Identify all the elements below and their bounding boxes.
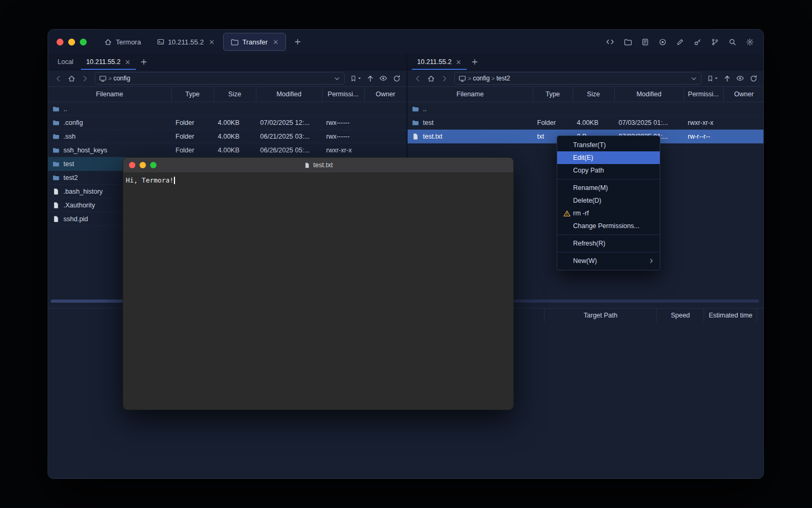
new-tab-button[interactable]: [291, 35, 304, 49]
menu-item-rename-m[interactable]: Rename(M): [557, 182, 660, 194]
right-path-bar[interactable]: >config>test2: [454, 72, 702, 85]
menu-item-label: Change Permissions...: [573, 222, 640, 230]
file-row[interactable]: ssh_host_keysFolder4.00KB06/26/2025 05:.…: [48, 143, 407, 157]
column-header-speed: Speed: [656, 309, 704, 322]
menu-item-edit-e[interactable]: Edit(E): [557, 151, 660, 164]
column-header-type[interactable]: Type: [171, 87, 214, 102]
menu-item-delete-d[interactable]: Delete(D): [557, 194, 660, 207]
right-pane-tab-10-211-55-2[interactable]: 10.211.55.2: [411, 54, 468, 70]
show-hidden-button[interactable]: [377, 72, 389, 84]
close-tab-icon[interactable]: [209, 39, 215, 45]
settings-icon[interactable]: [743, 35, 756, 48]
home-button[interactable]: [425, 72, 437, 84]
folder-icon: [412, 119, 419, 126]
search-icon[interactable]: [726, 35, 739, 48]
editor-text: Hi, Termora!: [126, 176, 173, 184]
breadcrumb-separator: >: [491, 75, 494, 81]
folder-icon: [52, 119, 60, 126]
breadcrumb-segment[interactable]: config: [473, 75, 490, 82]
column-header-modified[interactable]: Modified: [614, 87, 684, 102]
refresh-button[interactable]: [748, 72, 759, 84]
folder-icon[interactable]: [621, 35, 634, 48]
titlebar-tab-transfer[interactable]: Transfer: [223, 33, 286, 51]
editor-text-area[interactable]: Hi, Termora!: [123, 173, 513, 187]
computer-icon: [458, 75, 466, 83]
column-header-filename[interactable]: Filename: [408, 87, 533, 102]
close-window-button[interactable]: [57, 39, 63, 46]
notes-icon[interactable]: [639, 35, 651, 48]
file-icon: [52, 202, 60, 209]
chevron-down-icon[interactable]: [334, 75, 340, 82]
column-header-modified[interactable]: Modified: [256, 87, 322, 102]
breadcrumb-segment[interactable]: config: [113, 75, 130, 82]
column-header-owner[interactable]: Owner: [723, 87, 764, 102]
file-name: test.txt: [423, 133, 442, 140]
file-row[interactable]: ..: [48, 102, 407, 116]
go-up-button[interactable]: [721, 72, 733, 84]
menu-item-transfer-t[interactable]: Transfer(T): [557, 139, 660, 151]
record-icon[interactable]: [656, 35, 669, 48]
folder-icon: [52, 147, 60, 154]
titlebar-tab-termora[interactable]: Termora: [97, 33, 149, 51]
close-tab-icon[interactable]: [456, 59, 462, 65]
show-hidden-button[interactable]: [734, 72, 746, 84]
column-header-size[interactable]: Size: [214, 87, 256, 102]
context-menu: Transfer(T)Edit(E)Copy PathRename(M)Dele…: [557, 135, 660, 270]
back-button[interactable]: [52, 72, 64, 84]
editor-close-button[interactable]: [129, 162, 135, 168]
menu-item-change-permissions[interactable]: Change Permissions...: [557, 220, 660, 232]
column-header-permissi[interactable]: Permissi...: [322, 87, 364, 102]
editor-titlebar[interactable]: test.txt: [123, 158, 513, 173]
column-header-type[interactable]: Type: [533, 87, 573, 102]
edit-icon[interactable]: [673, 35, 686, 48]
home-button[interactable]: [66, 72, 77, 84]
right-pane-tabs: 10.211.55.2: [408, 54, 763, 70]
go-up-button[interactable]: [364, 72, 376, 84]
caret-down-icon: [357, 76, 362, 80]
titlebar-tab-10-211-55-2[interactable]: 10.211.55.2: [150, 33, 223, 51]
column-header-owner[interactable]: Owner: [364, 87, 407, 102]
file-row[interactable]: ..: [408, 102, 764, 116]
terminal-icon: [157, 38, 164, 46]
breadcrumb-segment[interactable]: test2: [496, 75, 510, 82]
left-pane-new-tab-button[interactable]: [137, 54, 151, 70]
minimize-window-button[interactable]: [68, 39, 75, 46]
menu-item-label: Edit(E): [573, 154, 593, 161]
branch-icon[interactable]: [708, 35, 721, 48]
file-row[interactable]: testFolder4.00KB07/03/2025 01:...rwxr-xr…: [408, 116, 764, 130]
menu-item-label: Copy Path: [573, 167, 604, 174]
file-name: .bash_history: [63, 188, 103, 195]
file-row[interactable]: .sshFolder4.00KB06/21/2025 03:...rwx----…: [48, 130, 407, 143]
editor-window-controls: [123, 162, 156, 168]
close-tab-icon[interactable]: [125, 59, 131, 65]
folder-icon: [52, 174, 60, 182]
column-header-filename[interactable]: Filename: [48, 87, 171, 102]
file-row[interactable]: .configFolder4.00KB07/02/2025 12:...rwx-…: [48, 116, 407, 130]
termora-window: Termora10.211.55.2Transfer Local10.211.5…: [48, 29, 764, 479]
menu-item-copy-path[interactable]: Copy Path: [557, 164, 660, 177]
titlebar-tabs: Termora10.211.55.2Transfer: [96, 30, 287, 54]
editor-minimize-button[interactable]: [140, 162, 146, 168]
left-pane-tab-local[interactable]: Local: [51, 54, 80, 70]
left-pane-tab-10-211-55-2[interactable]: 10.211.55.2: [80, 54, 137, 70]
menu-item-refresh-r[interactable]: Refresh(R): [557, 237, 660, 250]
column-header-permissi[interactable]: Permissi...: [684, 87, 723, 102]
key-icon[interactable]: [691, 35, 704, 48]
bookmark-button[interactable]: [706, 72, 719, 84]
refresh-button[interactable]: [391, 72, 402, 84]
bookmark-button[interactable]: [349, 72, 363, 84]
zoom-window-button[interactable]: [80, 39, 87, 46]
back-button[interactable]: [412, 72, 423, 84]
forward-button[interactable]: [438, 72, 450, 84]
left-path-bar[interactable]: >config: [95, 72, 345, 85]
menu-item-new-w[interactable]: New(W): [557, 255, 660, 267]
right-pane-new-tab-button[interactable]: [468, 54, 482, 70]
editor-zoom-button[interactable]: [150, 162, 156, 168]
chevron-down-icon[interactable]: [690, 75, 697, 82]
column-header-size[interactable]: Size: [573, 87, 614, 102]
code-icon[interactable]: [604, 35, 616, 48]
forward-button[interactable]: [79, 72, 90, 84]
close-tab-icon[interactable]: [273, 39, 279, 45]
left-toolbar: >config: [48, 70, 407, 86]
menu-item-rm-rf[interactable]: rm -rf: [557, 207, 660, 220]
